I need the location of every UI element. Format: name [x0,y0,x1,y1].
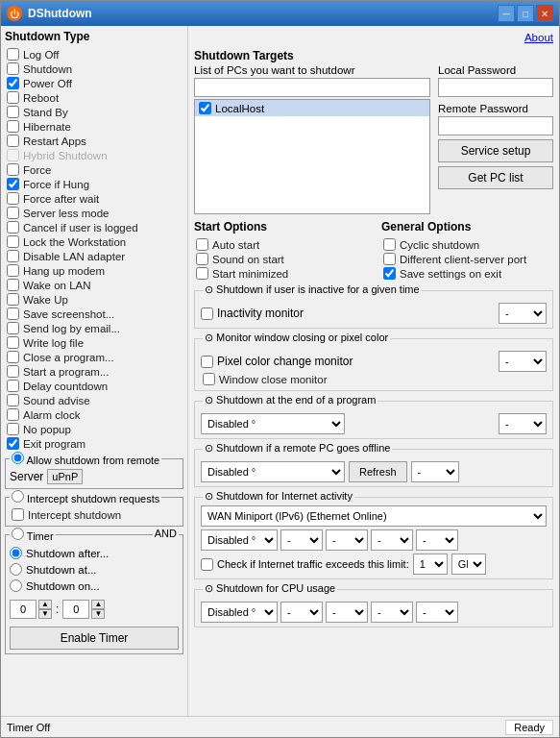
remote-offline-dropdown[interactable]: Disabled ° [201,461,345,482]
hybrid-shutdown-checkbox[interactable] [7,149,19,161]
start-program-checkbox[interactable] [7,365,19,378]
save-settings-label: Save settings on exit [400,268,501,280]
save-settings-checkbox[interactable] [383,267,396,280]
intercept-radio[interactable] [12,490,24,503]
timer-and-label: AND [153,528,179,539]
shutdown-at-radio[interactable] [10,563,22,576]
inactivity-dropdown[interactable]: - [499,303,547,324]
save-screenshot-checkbox[interactable] [7,308,19,320]
wake-on-lan-checkbox[interactable] [7,279,19,291]
write-log-checkbox[interactable] [7,336,19,349]
allow-shutdown-section: Allow shutdown from remote Server uPnP [5,458,183,489]
cancel-if-logged-checkbox[interactable] [7,221,19,234]
enable-timer-button[interactable]: Enable Timer [10,627,179,650]
cpu-sub-dropdown[interactable]: Disabled ° [201,602,278,623]
program-end-dropdown[interactable]: Disabled ° [201,413,345,434]
alarm-clock-checkbox[interactable] [7,408,19,421]
no-popup-checkbox[interactable] [7,423,19,435]
list-item: Force [5,162,183,177]
close-program-checkbox[interactable] [7,351,19,363]
status-left: Timer Off [7,722,50,733]
window-close-checkbox[interactable] [203,373,215,385]
cpu-d3[interactable]: - [371,602,413,623]
hours-input[interactable] [10,600,37,619]
hours-down-button[interactable]: ▼ [38,609,52,619]
log-off-checkbox[interactable] [7,48,19,61]
start-minimized-checkbox[interactable] [196,267,208,280]
force-after-wait-checkbox[interactable] [7,192,19,205]
cyclic-shutdown-checkbox[interactable] [383,238,396,251]
cpu-d2[interactable]: - [326,602,368,623]
force-checkbox[interactable] [7,163,19,176]
refresh-button[interactable]: Refresh [349,461,407,482]
maximize-button[interactable]: □ [517,5,534,22]
shutdown-on-radio[interactable] [10,579,22,592]
minutes-down-button[interactable]: ▼ [91,609,105,619]
delay-countdown-checkbox[interactable] [7,380,19,392]
pixel-dropdown[interactable]: - [499,351,547,372]
hours-spin-buttons: ▲ ▼ [38,600,52,619]
localhost-checkbox[interactable] [199,102,211,114]
pc-search-input[interactable] [194,78,430,97]
internet-d2[interactable]: - [326,529,368,551]
inactivity-monitor-checkbox[interactable] [201,308,213,320]
minutes-input[interactable] [62,600,89,619]
network-dropdown[interactable]: WAN Miniport (IPv6) (Ethernet Online) [201,505,547,527]
exit-program-checkbox[interactable] [7,437,19,450]
send-log-checkbox[interactable] [7,322,19,334]
inet-traffic-checkbox[interactable] [201,558,213,571]
sound-advise-checkbox[interactable] [7,394,19,406]
timer-radio[interactable] [12,528,24,540]
sound-on-start-checkbox[interactable] [196,253,208,265]
about-link[interactable]: About [194,32,553,43]
remote-offline-dropdown2[interactable]: - [411,461,459,482]
hours-up-button[interactable]: ▲ [38,600,52,609]
list-item: Force after wait [5,191,183,206]
internet-d1[interactable]: - [280,529,323,551]
hibernate-checkbox[interactable] [7,120,19,133]
intercept-shutdown-checkbox[interactable] [12,508,24,521]
disable-lan-checkbox[interactable] [7,250,19,262]
restart-apps-label: Restart Apps [23,135,86,147]
main-content: Shutdown Type Log Off Shutdown Power Off… [1,26,559,716]
program-end-dropdown2[interactable]: - [499,413,547,434]
diff-client-checkbox[interactable] [383,253,396,265]
intercept-section: Intercept shutdown requests Intercept sh… [5,497,183,527]
server-row: Server uPnP [10,469,179,484]
minutes-up-button[interactable]: ▲ [91,600,105,609]
allow-shutdown-radio[interactable] [12,452,24,464]
stand-by-checkbox[interactable] [7,106,19,118]
get-pc-list-button[interactable]: Get PC list [438,166,553,189]
cpu-d4[interactable]: - [416,602,458,623]
internet-sub-dropdown[interactable]: Disabled ° [201,529,278,551]
minimize-button[interactable]: ─ [498,5,515,22]
auto-start-checkbox[interactable] [196,238,208,251]
exit-program-label: Exit program [23,438,85,450]
close-button[interactable]: ✕ [536,5,553,22]
hang-up-modem-checkbox[interactable] [7,264,19,277]
shutdown-checkbox[interactable] [7,62,19,75]
reboot-checkbox[interactable] [7,91,19,104]
power-off-checkbox[interactable] [7,77,19,89]
wake-up-checkbox[interactable] [7,293,19,306]
inet-limit-dropdown[interactable]: 1 [413,554,448,575]
pixel-monitor-checkbox[interactable] [201,356,213,368]
server-less-checkbox[interactable] [7,207,19,219]
shutdown-on-label: Shutdown on... [26,580,100,592]
inet-unit-dropdown[interactable]: GB [451,554,486,575]
internet-d3[interactable]: - [371,529,413,551]
local-password-input[interactable] [438,78,553,97]
list-item: Start a program... [5,364,183,379]
cyclic-shutdown-item: Cyclic shutdown [381,237,553,252]
remote-password-input[interactable] [438,116,553,135]
shutdown-after-radio[interactable] [10,547,22,559]
cpu-d1[interactable]: - [280,602,323,623]
internet-d4[interactable]: - [416,529,458,551]
internet-section: ⊙ Shutdown for Internet activity WAN Min… [194,497,553,579]
localhost-item[interactable]: LocalHost [195,100,429,116]
force-if-hung-checkbox[interactable] [7,178,19,190]
lock-workstation-checkbox[interactable] [7,235,19,248]
service-setup-button[interactable]: Service setup [438,139,553,162]
restart-apps-checkbox[interactable] [7,135,19,147]
minutes-spinner: ▲ ▼ [62,600,105,619]
